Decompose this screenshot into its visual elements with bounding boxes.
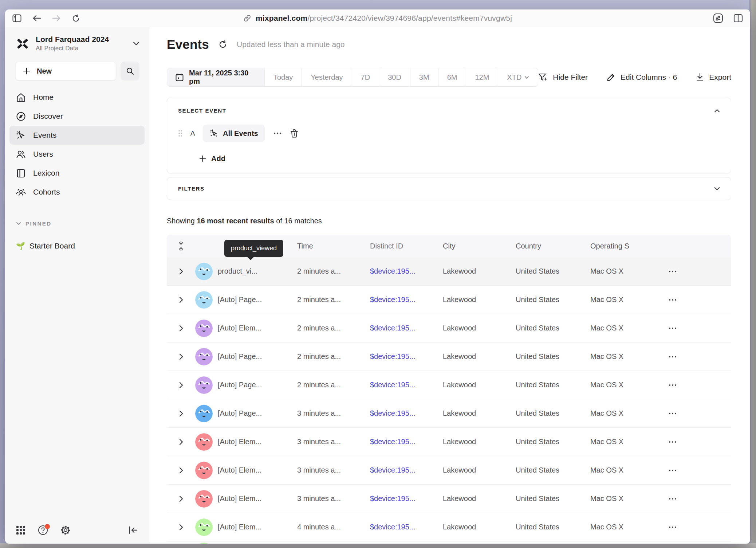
event-more-options-icon[interactable]: [271, 132, 284, 134]
table-row[interactable]: [Auto] Elem...3 minutes a...$device:195.…: [167, 456, 731, 485]
distinct-id-link[interactable]: $device:195...: [370, 409, 416, 417]
distinct-id-link[interactable]: $device:195...: [370, 466, 416, 474]
sidebar-item-users[interactable]: Users: [9, 145, 145, 164]
row-menu-icon[interactable]: [669, 299, 677, 301]
table-row[interactable]: [167, 541, 731, 544]
apps-grid-icon[interactable]: [16, 525, 25, 535]
table-row[interactable]: [Auto] Elem...3 minutes a...$device:195.…: [167, 485, 731, 513]
event-selector-pill[interactable]: All Events: [203, 125, 265, 142]
row-menu-icon[interactable]: [669, 412, 677, 415]
row-expand-chevron-icon[interactable]: [179, 524, 183, 531]
table-row[interactable]: [Auto] Page...2 minutes a...$device:195.…: [167, 371, 731, 399]
sidebar-item-label: Users: [33, 150, 53, 158]
date-preset-7d[interactable]: 7D: [352, 68, 379, 86]
city-cell: Lakewood: [443, 523, 516, 531]
table-row[interactable]: [Auto] Page...3 minutes a...$device:195.…: [167, 399, 731, 428]
split-view-icon[interactable]: [733, 14, 743, 23]
table-row[interactable]: product_vi...2 minutes a...$device:195..…: [167, 257, 731, 286]
table-row[interactable]: [Auto] Page...2 minutes a...$device:195.…: [167, 342, 731, 371]
edit-columns-button[interactable]: Edit Columns · 6: [607, 73, 677, 82]
page-settings-icon[interactable]: [713, 13, 723, 23]
export-label: Export: [709, 73, 731, 82]
hide-filter-label: Hide Filter: [553, 73, 588, 82]
forward-icon[interactable]: [52, 15, 61, 22]
row-menu-icon[interactable]: [669, 327, 677, 329]
sidebar-toggle-icon[interactable]: [12, 14, 21, 22]
date-preset-xtd-dropdown[interactable]: XTD: [498, 68, 538, 86]
date-preset-yesterday[interactable]: Yesterday: [302, 68, 351, 86]
row-expand-chevron-icon[interactable]: [179, 325, 183, 332]
address-bar[interactable]: mixpanel.com/project/3472420/view/397469…: [243, 14, 512, 23]
chevron-up-icon[interactable]: [714, 109, 720, 113]
date-preset-30d[interactable]: 30D: [379, 68, 410, 86]
pinned-item-label: Starter Board: [29, 242, 75, 250]
row-expand-chevron-icon[interactable]: [179, 353, 183, 360]
row-menu-icon[interactable]: [669, 384, 677, 386]
pinned-section-header[interactable]: PINNED: [16, 220, 149, 227]
table-row[interactable]: [Auto] Elem...4 minutes a...$device:195.…: [167, 513, 731, 541]
column-header-distinct-id[interactable]: Distinct ID: [370, 242, 443, 250]
refresh-icon[interactable]: [218, 40, 227, 49]
column-header-country[interactable]: Country: [516, 242, 590, 250]
row-menu-icon[interactable]: [669, 469, 677, 471]
help-button[interactable]: [38, 525, 48, 535]
table-row[interactable]: [Auto] Elem...3 minutes a...$device:195.…: [167, 428, 731, 456]
date-preset-6m[interactable]: 6M: [438, 68, 466, 86]
mixpanel-logo-icon: [15, 36, 30, 51]
distinct-id-link[interactable]: $device:195...: [370, 352, 416, 360]
collapse-sidebar-icon[interactable]: [129, 526, 138, 534]
row-expand-chevron-icon[interactable]: [179, 297, 183, 303]
distinct-id-link[interactable]: $device:195...: [370, 267, 416, 275]
column-header-city[interactable]: City: [443, 242, 516, 250]
distinct-id-link[interactable]: $device:195...: [370, 438, 416, 446]
date-preset-12m[interactable]: 12M: [466, 68, 498, 86]
table-row[interactable]: [Auto] Page...2 minutes a...$device:195.…: [167, 286, 731, 314]
row-expand-chevron-icon[interactable]: [179, 382, 183, 388]
table-row[interactable]: [Auto] Elem...2 minutes a...$device:195.…: [167, 314, 731, 342]
row-expand-chevron-icon[interactable]: [179, 268, 183, 275]
row-expand-chevron-icon[interactable]: [179, 467, 183, 474]
distinct-id-link[interactable]: $device:195...: [370, 324, 416, 332]
back-icon[interactable]: [32, 15, 41, 22]
column-header-os[interactable]: Operating S: [590, 242, 669, 250]
date-preset-today[interactable]: Today: [264, 68, 302, 86]
reload-icon[interactable]: [72, 14, 80, 23]
sidebar-item-cohorts[interactable]: Cohorts: [9, 183, 145, 201]
row-expand-chevron-icon[interactable]: [179, 410, 183, 417]
row-menu-icon[interactable]: [669, 526, 677, 528]
row-menu-icon[interactable]: [669, 356, 677, 358]
pinned-item-starter-board[interactable]: 🌱Starter Board: [9, 237, 145, 255]
row-menu-icon[interactable]: [669, 498, 677, 500]
distinct-id-link[interactable]: $device:195...: [370, 494, 416, 502]
trash-icon[interactable]: [290, 129, 298, 138]
sidebar-item-events[interactable]: Events: [9, 126, 145, 145]
drag-handle-icon[interactable]: [178, 130, 182, 137]
distinct-id-link[interactable]: $device:195...: [370, 523, 416, 531]
distinct-id-link[interactable]: $device:195...: [370, 295, 416, 304]
collapse-all-icon[interactable]: [167, 240, 195, 251]
add-event-button[interactable]: Add: [199, 154, 720, 163]
sidebar-item-lexicon[interactable]: Lexicon: [9, 164, 145, 183]
settings-gear-icon[interactable]: [60, 525, 71, 535]
row-menu-icon[interactable]: [669, 270, 677, 273]
chevron-down-icon[interactable]: [714, 187, 720, 191]
project-switcher[interactable]: Lord Farquaad 2024 All Project Data: [5, 32, 149, 54]
page-title: Events: [167, 37, 209, 52]
search-button[interactable]: [121, 62, 139, 81]
hide-filter-button[interactable]: Hide Filter: [538, 73, 588, 82]
row-menu-icon[interactable]: [669, 441, 677, 443]
event-time-cell: 2 minutes a...: [297, 295, 370, 304]
export-button[interactable]: Export: [696, 73, 731, 82]
date-picker-button[interactable]: Mar 11, 2025 3:30 pm: [167, 68, 264, 86]
date-preset-3m[interactable]: 3M: [410, 68, 438, 86]
city-cell: Lakewood: [443, 352, 516, 361]
sidebar-item-home[interactable]: Home: [9, 88, 145, 107]
row-expand-chevron-icon[interactable]: [179, 439, 183, 445]
project-name: Lord Farquaad 2024: [36, 35, 109, 43]
new-button[interactable]: New: [15, 62, 116, 81]
sidebar-item-discover[interactable]: Discover: [9, 107, 145, 126]
sidebar-nav: HomeDiscoverEventsUsersLexiconCohorts: [9, 88, 145, 201]
column-header-time[interactable]: Time: [297, 242, 370, 250]
row-expand-chevron-icon[interactable]: [179, 496, 183, 502]
distinct-id-link[interactable]: $device:195...: [370, 381, 416, 389]
